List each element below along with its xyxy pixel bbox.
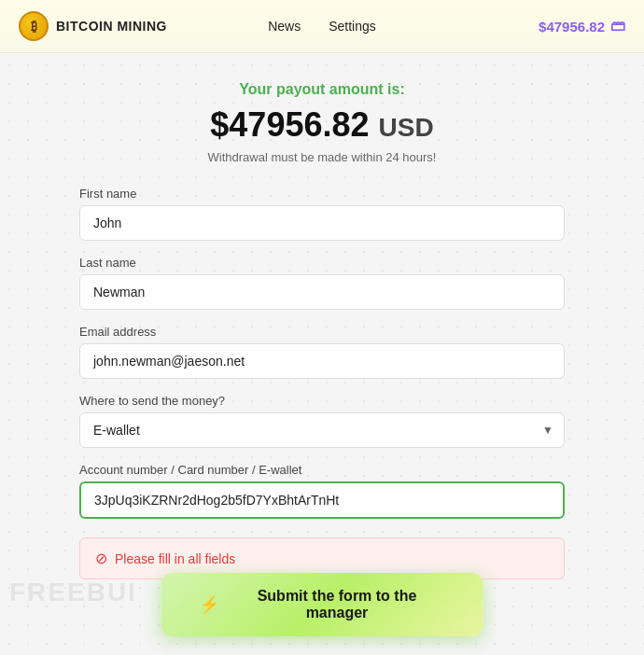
- email-input[interactable]: [79, 343, 565, 379]
- last-name-label: Last name: [79, 256, 565, 270]
- send-money-select[interactable]: E-wallet Bank transfer Cryptocurrency: [79, 412, 565, 448]
- last-name-input[interactable]: [79, 274, 565, 310]
- payout-form: First name Last name Email address Where…: [79, 187, 565, 534]
- first-name-group: First name: [79, 187, 565, 241]
- error-message: Please fill in all fields: [115, 551, 235, 566]
- error-icon: ⊘: [95, 550, 107, 567]
- submit-button-wrapper: ⚡ Submit the form to the manager: [161, 573, 483, 636]
- submit-label: Submit the form to the manager: [229, 588, 446, 621]
- nav-settings[interactable]: Settings: [329, 19, 376, 34]
- send-money-label: Where to send the money?: [79, 394, 565, 408]
- last-name-group: Last name: [79, 256, 565, 310]
- first-name-input[interactable]: [79, 205, 565, 241]
- account-input[interactable]: [79, 481, 565, 519]
- logo: ₿ BITCOIN MINING: [19, 11, 167, 41]
- app-header: ₿ BITCOIN MINING News Settings $47956.82…: [0, 0, 644, 53]
- email-group: Email address: [79, 325, 565, 379]
- first-name-label: First name: [79, 187, 565, 201]
- wallet-icon: 🗃: [610, 18, 625, 35]
- logo-text: BITCOIN MINING: [56, 19, 167, 34]
- account-label: Account number / Card number / E-wallet: [79, 463, 565, 477]
- withdrawal-note: Withdrawal must be made within 24 hours!: [208, 150, 437, 164]
- nav-news[interactable]: News: [268, 19, 301, 34]
- submit-button[interactable]: ⚡ Submit the form to the manager: [161, 573, 483, 636]
- bolt-icon: ⚡: [199, 594, 219, 615]
- main-nav: News Settings: [268, 19, 376, 34]
- send-money-group: Where to send the money? E-wallet Bank t…: [79, 394, 565, 448]
- balance-display: $47956.82 🗃: [539, 18, 625, 35]
- email-label: Email address: [79, 325, 565, 339]
- payout-amount: $47956.82 USD: [210, 105, 433, 145]
- send-money-select-wrapper: E-wallet Bank transfer Cryptocurrency ▼: [79, 412, 565, 448]
- payout-label: Your payout amount is:: [239, 81, 404, 98]
- balance-amount: $47956.82: [539, 19, 605, 35]
- account-group: Account number / Card number / E-wallet: [79, 463, 565, 519]
- logo-icon: ₿: [19, 11, 49, 41]
- main-content: Your payout amount is: $47956.82 USD Wit…: [0, 53, 644, 655]
